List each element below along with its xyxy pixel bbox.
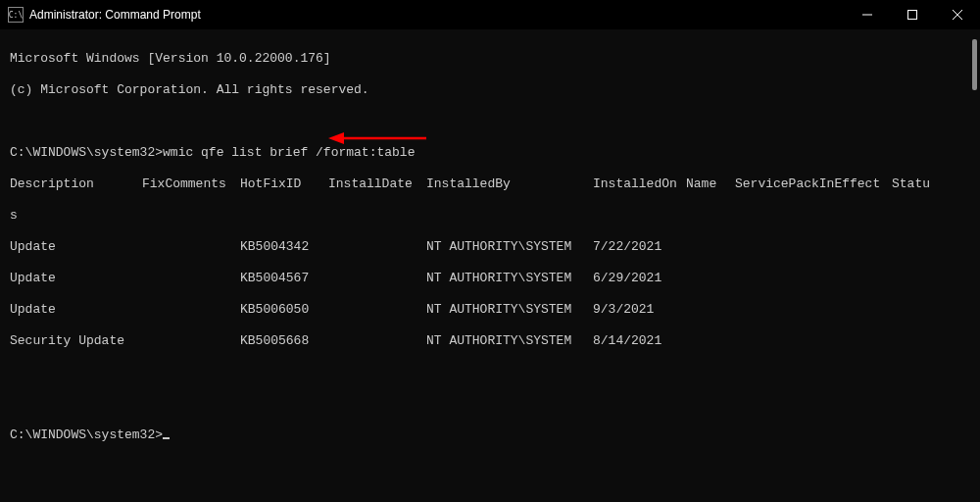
titlebar-left: C:\ Administrator: Command Prompt [8,7,201,23]
cell-description: Update [10,239,142,255]
hdr-hotfixid: HotFixID [240,176,328,192]
hdr-servicepack: ServicePackInEffect [735,176,892,192]
window-titlebar: C:\ Administrator: Command Prompt [0,0,980,29]
cell-description: Security Update [10,333,142,349]
cell-hotfixid: KB5005668 [240,333,328,349]
hdr-description: Description [10,176,142,192]
cell-hotfixid: KB5004567 [240,271,328,286]
cell-description: Update [10,271,142,286]
cell-hotfixid: KB5004342 [240,239,328,255]
table-body: UpdateKB5004342NT AUTHORITY\SYSTEM7/22/2… [10,239,970,349]
maximize-icon [907,10,917,20]
prompt-command-line: C:\WINDOWS\system32>wmic qfe list brief … [10,145,970,161]
cmd-icon: C:\ [8,7,24,23]
prompt-ready: C:\WINDOWS\system32> [10,427,970,443]
blank-line [10,396,970,412]
banner-line-1: Microsoft Windows [Version 10.0.22000.17… [10,51,970,67]
window-controls [845,0,980,29]
maximize-button[interactable] [890,0,935,29]
cell-description: Update [10,302,142,318]
prompt-cwd: C:\WINDOWS\system32> [10,145,163,160]
terminal-output[interactable]: Microsoft Windows [Version 10.0.22000.17… [0,29,980,469]
blank-line [10,365,970,380]
prompt-command: wmic qfe list brief /format:table [163,145,415,160]
table-row: UpdateKB5004567NT AUTHORITY\SYSTEM6/29/2… [10,271,970,286]
cell-installedon: 6/29/2021 [593,271,686,286]
cell-installedby: NT AUTHORITY\SYSTEM [426,333,593,349]
hdr-installedby: InstalledBy [426,176,593,192]
cmd-icon-text: C:\ [9,11,23,20]
window-title: Administrator: Command Prompt [29,8,201,22]
scrollbar-thumb[interactable] [972,39,977,90]
text-cursor [163,437,170,439]
table-row: Security UpdateKB5005668NT AUTHORITY\SYS… [10,333,970,349]
hdr-installedon: InstalledOn [593,176,686,192]
hdr-status: Statu [892,176,930,192]
cell-installedby: NT AUTHORITY\SYSTEM [426,239,593,255]
table-header-row: DescriptionFixCommentsHotFixIDInstallDat… [10,176,970,192]
cell-installedon: 8/14/2021 [593,333,686,349]
cell-installedon: 9/3/2021 [593,302,686,318]
table-row: UpdateKB5006050NT AUTHORITY\SYSTEM9/3/20… [10,302,970,318]
hdr-fixcomments: FixComments [142,176,240,192]
blank-line [10,114,970,129]
banner-line-2: (c) Microsoft Corporation. All rights re… [10,82,970,98]
minimize-icon [862,10,872,20]
close-icon [953,10,962,20]
hdr-installdate: InstallDate [328,176,426,192]
table-row: UpdateKB5004342NT AUTHORITY\SYSTEM7/22/2… [10,239,970,255]
cell-installedby: NT AUTHORITY\SYSTEM [426,271,593,286]
close-button[interactable] [935,0,980,29]
table-header-wrap: s [10,208,970,224]
minimize-button[interactable] [845,0,890,29]
svg-rect-1 [908,11,917,20]
hdr-name: Name [686,176,735,192]
cell-hotfixid: KB5006050 [240,302,328,318]
prompt-cwd: C:\WINDOWS\system32> [10,427,163,442]
cell-installedby: NT AUTHORITY\SYSTEM [426,302,593,318]
cell-installedon: 7/22/2021 [593,239,686,255]
